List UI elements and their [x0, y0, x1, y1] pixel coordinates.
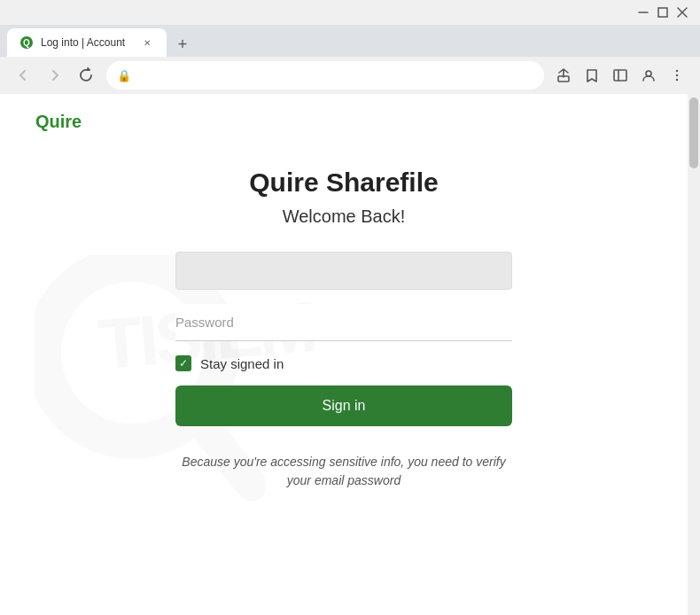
stay-signed-in-row: ✓ Stay signed in — [175, 355, 512, 371]
login-card: Quire Sharefile Welcome Back! ✓ Stay sig… — [175, 150, 512, 508]
minimize-button[interactable] — [636, 5, 650, 19]
share-button[interactable] — [551, 63, 576, 88]
tab-close-button[interactable]: ✕ — [140, 35, 154, 50]
sidebar-button[interactable] — [608, 63, 633, 88]
sign-in-button[interactable]: Sign in — [175, 385, 512, 426]
active-tab[interactable]: Q Log into | Account ✕ — [7, 28, 167, 57]
stay-signed-in-checkbox[interactable]: ✓ — [175, 355, 191, 371]
profile-button[interactable] — [636, 63, 661, 88]
app-title: Quire Sharefile — [175, 167, 512, 198]
menu-button[interactable] — [665, 63, 689, 88]
window-controls[interactable] — [636, 5, 689, 19]
scrollbar-track[interactable] — [688, 94, 700, 615]
logo-text: Quire — [35, 112, 82, 131]
scrollbar-thumb[interactable] — [689, 97, 698, 168]
browser-content: TISIEM Quire Quire Sharefile Welcome Bac… — [0, 94, 688, 615]
forward-button[interactable] — [43, 63, 67, 88]
svg-point-7 — [676, 70, 678, 72]
browser-content-wrapper: TISIEM Quire Quire Sharefile Welcome Bac… — [0, 94, 700, 615]
refresh-button[interactable] — [74, 63, 99, 88]
svg-rect-4 — [614, 70, 626, 81]
new-tab-button[interactable]: + — [170, 32, 195, 57]
svg-text:Q: Q — [23, 38, 30, 48]
tab-favicon: Q — [19, 35, 34, 50]
password-field-group — [175, 304, 512, 341]
checkmark-icon: ✓ — [179, 358, 188, 369]
svg-rect-0 — [658, 8, 667, 17]
svg-point-6 — [646, 71, 651, 76]
close-button[interactable] — [675, 5, 689, 19]
email-input[interactable] — [175, 252, 512, 290]
email-field-group — [175, 252, 512, 290]
security-notice: Because you're accessing sensitive info,… — [175, 453, 512, 490]
tab-title: Log into | Account — [41, 36, 133, 49]
bookmark-button[interactable] — [579, 63, 604, 88]
stay-signed-in-label: Stay signed in — [200, 356, 284, 371]
logo: Quire — [35, 112, 652, 132]
lock-icon: 🔒 — [117, 69, 131, 82]
address-bar-container[interactable]: 🔒 — [106, 61, 544, 90]
password-input[interactable] — [175, 304, 512, 341]
back-button[interactable] — [11, 63, 35, 88]
page-content: TISIEM Quire Quire Sharefile Welcome Bac… — [0, 94, 688, 615]
maximize-button[interactable] — [656, 5, 670, 19]
address-input[interactable] — [138, 69, 533, 82]
welcome-text: Welcome Back! — [175, 206, 512, 227]
nav-bar: 🔒 — [0, 57, 700, 94]
svg-point-9 — [676, 79, 678, 81]
nav-actions — [551, 63, 689, 88]
svg-point-8 — [676, 74, 678, 76]
tab-bar: Q Log into | Account ✕ + — [0, 25, 700, 57]
title-bar — [0, 0, 700, 25]
browser-window: Q Log into | Account ✕ + 🔒 — [0, 0, 700, 94]
